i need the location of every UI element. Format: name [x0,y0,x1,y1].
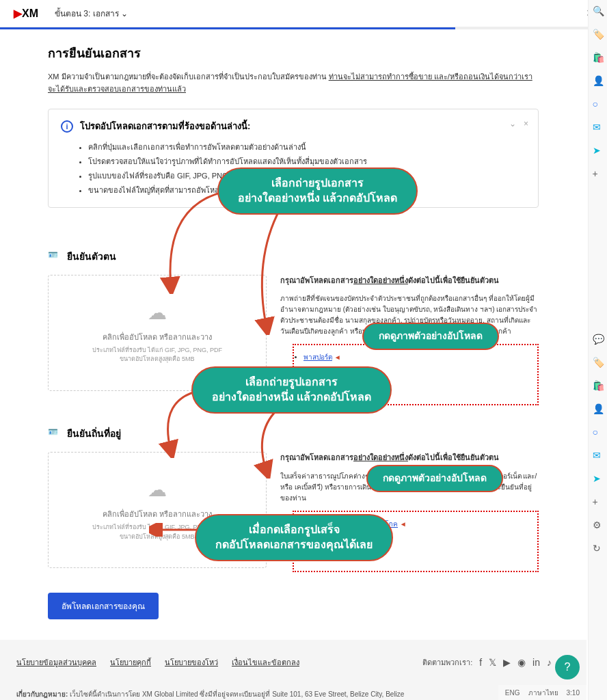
section-address-header: 🪪 ยืนยันถิ่นที่อยู่ [48,426,539,441]
footer-link-terms[interactable]: เงื่อนไขและข้อตกลง [232,656,299,669]
section-address-title: ยืนยันถิ่นที่อยู่ [67,426,121,441]
circle-icon[interactable]: ○ [593,98,604,109]
info-title: โปรดอัปโหลดเอกสารตามที่ร้องขอด้านล่างนี้… [80,119,250,133]
id-card-icon: 🪪 [48,250,60,262]
address-icon: 🪪 [48,427,60,440]
youtube-icon[interactable]: ▶ [503,657,511,668]
taskbar-lang[interactable]: ENG [505,689,520,697]
footer-link-privacy[interactable]: นโยบายข้อมูลส่วนบุคคล [16,656,96,669]
dropzone-hint: ประเภทไฟล์ที่รองรับ ได้แก่ GIF, JPG, PNG… [92,346,222,364]
x-icon[interactable]: 𝕏 [489,657,496,668]
cloud-upload-icon: ☁ [148,479,167,501]
annotation-callout-1: เลือกถ่ายรูปเอกสารอย่างใดอย่างหนึ่ง แล้ว… [217,167,418,215]
search-icon[interactable]: 🔍 [593,5,604,16]
chevron-down-icon[interactable]: ⌄ [509,119,516,129]
annotation-callout-2: กดดูภาพตัวอย่างอัปโหลด [362,323,499,350]
info-item: โปรดตรวจสอบให้แน่ใจว่ารูปภาพที่ได้ทำการอ… [88,154,526,169]
upload-documents-button[interactable]: อัพโหลดเอกสารของคุณ [48,593,159,619]
tag-icon[interactable]: 🏷️ [593,357,604,368]
plus-icon[interactable]: + [593,168,604,179]
page-title: การยืนยันเอกสาร [48,43,539,63]
dropzone-label: คลิกเพื่ออัปโหลด หรือลากและวาง [103,331,212,343]
chat-icon[interactable]: 💬 [593,334,604,345]
tiktok-icon[interactable]: ♪ [547,657,552,668]
gear-icon[interactable]: ⚙ [593,520,604,530]
tag-icon[interactable]: 🏷️ [593,29,604,40]
bag-icon[interactable]: 🛍️ [593,380,604,391]
taskbar-time: 3:10 [567,689,580,697]
facebook-icon[interactable]: f [479,657,482,668]
person-icon[interactable]: 👤 [593,75,604,86]
send-icon[interactable]: ➤ [593,145,604,156]
dropzone-label: คลิกเพื่ออัปโหลด หรือลากและวาง [103,508,212,520]
social-links: ติดตามพวกเรา: f 𝕏 ▶ ◉ in ♪ 💬 [422,656,570,669]
circle-icon[interactable]: ○ [593,427,604,438]
browser-sidebar-2: 💬 🏷️ 🛍️ 👤 ○ ✉ ➤ + ⚙ ↻ [588,328,607,567]
step-label[interactable]: ขั้นตอน 3: เอกสาร ⌄ [55,7,128,20]
info-icon: i [61,120,73,133]
bag-icon[interactable]: 🛍️ [593,52,604,63]
main-content: การยืนยันเอกสาร XM มีความจำเป็นตามกฎหมาย… [0,29,586,640]
send-icon[interactable]: ➤ [593,473,604,484]
section-identity-title: ยืนยันตัวตน [67,249,116,264]
plus-icon[interactable]: + [593,496,604,507]
top-bar: ▶XM ขั้นตอน 3: เอกสาร ⌄ × [0,0,607,27]
history-icon[interactable]: ↻ [593,543,604,554]
mail-icon[interactable]: ✉ [593,450,604,461]
help-button[interactable]: ? [555,655,580,679]
linkedin-icon[interactable]: in [532,657,540,668]
taskbar: ENG ภาษาไทย 3:10 [498,685,586,700]
section-identity-header: 🪪 ยืนยันตัวตน [48,249,539,264]
footer-link-vuln[interactable]: นโยบายของโหว่ [165,656,218,669]
close-info-icon[interactable]: × [524,119,528,129]
taskbar-kb[interactable]: ภาษาไทย [528,688,558,698]
footer-link-cookie[interactable]: นโยบายคุกกี้ [110,656,151,669]
annotation-callout-3: เลือกถ่ายรูปเอกสารอย่างใดอย่างหนึ่ง แล้ว… [191,366,392,414]
instagram-icon[interactable]: ◉ [517,657,526,668]
link-passport[interactable]: พาสปอร์ต [304,353,332,361]
info-item: คลิกที่ปุ่มและเลือกเอกสารเพื่อทำการอัพโห… [88,140,526,154]
annotation-callout-4: กดดูภาพตัวอย่างอัปโหลด [366,465,503,492]
page-description: XM มีความจำเป็นตามกฎหมายที่จะต้องจัดเก็บ… [48,71,539,95]
logo: ▶XM [14,7,38,20]
annotation-callout-5: เมื่อกดเลือกรูปเสร็จกดอัปโหลดเอกสารของคุ… [195,514,393,561]
mail-icon[interactable]: ✉ [593,122,604,133]
person-icon[interactable]: 👤 [593,403,604,414]
cloud-upload-icon: ☁ [148,301,167,324]
